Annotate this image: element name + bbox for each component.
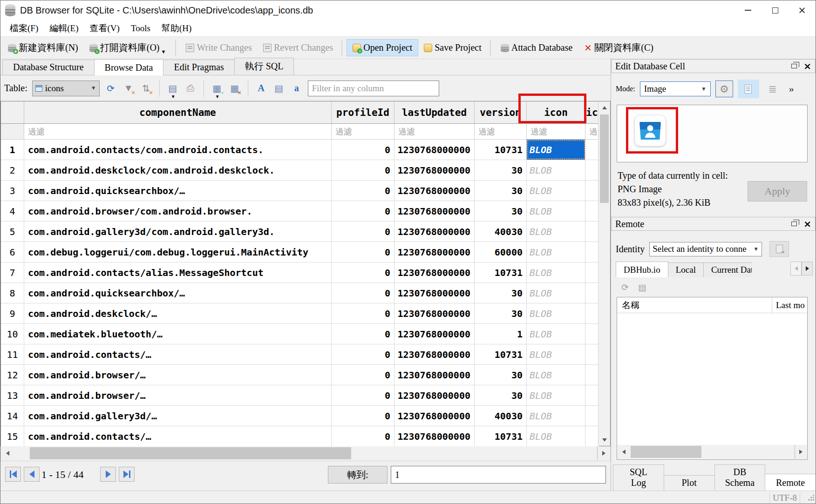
cell-icon-blob[interactable]: BLOB [527,344,585,364]
menu-tools[interactable]: Tools [125,22,156,34]
cell-partial[interactable] [585,385,599,405]
more-tools-icon[interactable]: » [789,83,794,95]
cell-icon-blob[interactable]: BLOB [527,303,585,323]
cell-version[interactable]: 40030 [475,406,527,426]
cell-icon-blob[interactable]: BLOB [527,181,585,201]
goto-record-input[interactable] [391,466,606,484]
word-wrap-icon[interactable]: ▤ [272,82,286,95]
filter-input-cell[interactable]: 過濾 [332,124,394,139]
cell-version[interactable]: 60000 [475,242,527,262]
tab-current-database[interactable]: Current Dat [703,262,752,277]
menu-view[interactable]: 查看(V) [84,21,125,35]
scroll-thumb[interactable] [631,446,701,458]
close-button[interactable]: × [789,0,816,20]
cell-partial[interactable] [585,222,599,242]
cell-partial[interactable] [585,344,599,364]
close-panel-icon[interactable]: × [803,219,811,228]
cell-lastUpdated[interactable]: 1230768000000 [394,303,475,323]
cell-profileId[interactable]: 0 [332,140,394,160]
upload-database-icon[interactable]: ▤ [638,282,646,292]
cell-profileId[interactable]: 0 [332,324,394,344]
menu-help[interactable]: 幫助(H) [156,21,197,35]
tab-local[interactable]: Local [668,262,704,277]
cell-componentName[interactable]: com.android.contacts/… [24,344,332,364]
cell-partial[interactable] [585,365,599,385]
vertical-scrollbar[interactable] [598,101,610,446]
cell-icon-blob[interactable]: BLOB [527,426,585,446]
cell-partial[interactable] [585,303,599,323]
encoding-indicator[interactable]: UTF-8 [769,493,800,503]
tab-database-structure[interactable]: Database Structure [2,60,95,75]
cell-version[interactable]: 30 [475,160,527,180]
close-database-button[interactable]: ✕ 關閉資料庫(C) [578,39,659,57]
cell-version[interactable]: 30 [475,283,527,303]
word-wrap-button[interactable]: ≣ [764,81,782,97]
font-icon[interactable]: A [255,82,268,95]
tab-execute-sql[interactable]: 執行 SQL [234,58,294,75]
cell-lastUpdated[interactable]: 1230768000000 [394,181,475,201]
tab-edit-pragmas[interactable]: Edit Pragmas [163,60,234,75]
clear-filters-icon[interactable]: ▼✕ [122,82,135,95]
cell-componentName[interactable]: com.android.deskclock/… [24,303,332,323]
maximize-button[interactable] [762,0,789,20]
cell-profileId[interactable]: 0 [332,262,394,282]
filter-input-cell[interactable]: 過濾 [527,124,585,139]
cell-componentName[interactable]: com.android.quicksearchbox/… [24,283,332,303]
cell-componentName[interactable]: com.android.browser/… [24,385,332,405]
scroll-down-icon[interactable] [598,434,610,446]
tab-remote[interactable]: Remote [765,474,816,491]
cell-profileId[interactable]: 0 [332,160,394,180]
cell-componentName[interactable]: com.android.gallery3d/com.android.galler… [24,222,332,242]
table-select[interactable]: icons ▼ [32,81,100,96]
cell-partial[interactable] [585,283,599,303]
cell-partial[interactable] [585,406,599,426]
remote-list-scrollbar[interactable] [618,445,807,459]
header-version[interactable]: version [475,101,527,123]
revert-changes-button[interactable]: Revert Changes [258,40,339,56]
open-database-button[interactable]: › 打開資料庫(O) ▼ [84,39,173,57]
header-icon[interactable]: icon [527,101,585,123]
cell-componentName[interactable]: com.android.contacts/alias.MessageShortc… [24,262,332,282]
cell-version[interactable]: 30 [475,201,527,221]
cell-lastUpdated[interactable]: 1230768000000 [394,365,475,385]
cell-icon-blob[interactable]: BLOB [527,262,585,282]
cell-icon-blob[interactable]: BLOB [527,283,585,303]
cell-profileId[interactable]: 0 [332,201,394,221]
horizontal-scrollbar[interactable] [0,446,611,461]
write-changes-button[interactable]: Write Changes [180,40,258,56]
cell-version[interactable]: 1 [475,324,527,344]
header-partial[interactable]: ic [585,101,599,123]
cell-partial[interactable] [585,160,599,180]
cell-componentName[interactable]: com.android.browser/com.android.browser. [24,201,332,221]
cell-partial[interactable] [585,324,599,344]
cell-profileId[interactable]: 0 [332,181,394,201]
cell-version[interactable]: 10731 [475,262,527,282]
cell-componentName[interactable]: com.mediatek.bluetooth/… [24,324,332,344]
cell-profileId[interactable]: 0 [332,303,394,323]
cell-icon-blob[interactable]: BLOB [527,160,585,180]
previous-record-button[interactable] [24,467,40,482]
goto-button[interactable]: 轉到: [328,466,388,484]
cell-partial[interactable] [585,242,599,262]
cell-profileId[interactable]: 0 [332,406,394,426]
tab-sql-log[interactable]: SQL Log [613,464,664,491]
cell-partial[interactable] [585,181,599,201]
conditional-format-icon[interactable]: a [290,82,303,95]
new-database-button[interactable]: + 新建資料庫(N) [2,39,84,57]
tab-dbhub[interactable]: DBHub.io [616,262,668,277]
cell-componentName[interactable]: com.android.contacts/… [24,426,332,446]
cell-lastUpdated[interactable]: 1230768000000 [394,160,475,180]
scroll-right-icon[interactable] [597,446,610,460]
cell-version[interactable]: 10731 [475,344,527,364]
float-panel-icon[interactable] [791,222,797,226]
filter-input-cell[interactable]: 過濾 [24,124,332,139]
cell-lastUpdated[interactable]: 1230768000000 [394,385,475,405]
cell-lastUpdated[interactable]: 1230768000000 [394,324,475,344]
import-data-button[interactable]: ⚙ [715,81,733,97]
import-certificate-button[interactable] [769,241,789,257]
cell-lastUpdated[interactable]: 1230768000000 [394,406,475,426]
header-lastUpdated[interactable]: lastUpdated [394,101,475,123]
cell-partial[interactable] [585,140,599,160]
cell-profileId[interactable]: 0 [332,222,394,242]
cell-profileId[interactable]: 0 [332,365,394,385]
